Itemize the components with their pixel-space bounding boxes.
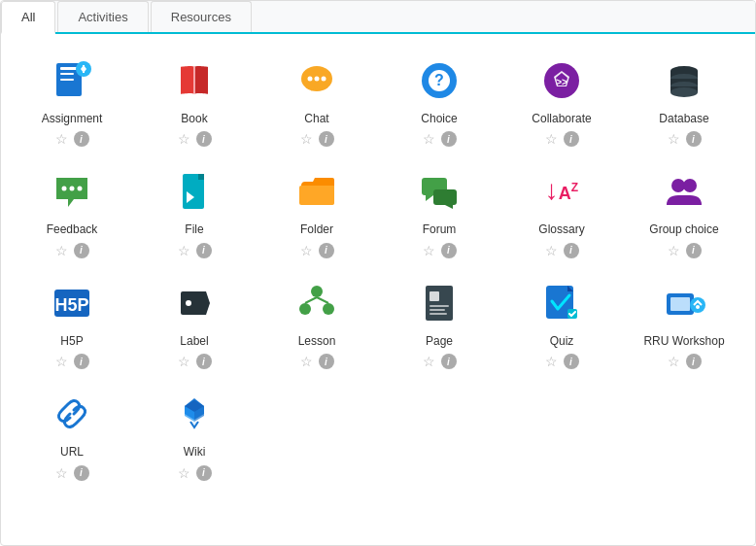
group-choice-icon [659, 166, 709, 217]
item-assignment[interactable]: Assignment ☆ i [11, 44, 133, 154]
collaborate-info[interactable]: i [564, 131, 579, 147]
assignment-star[interactable]: ☆ [55, 131, 68, 147]
item-rru-workshop[interactable]: RRU Workshop ☆ i [623, 266, 745, 377]
svg-point-52 [696, 305, 700, 309]
svg-point-23 [670, 87, 698, 97]
svg-point-33 [683, 179, 697, 192]
tab-activities[interactable]: Activities [57, 1, 148, 32]
tab-all[interactable]: All [1, 1, 55, 34]
feedback-icon [47, 166, 97, 217]
assignment-icon [47, 55, 97, 106]
choice-info[interactable]: i [441, 131, 457, 147]
choice-label: Choice [421, 112, 457, 125]
svg-point-39 [323, 303, 334, 315]
svg-rect-1 [60, 67, 78, 70]
item-feedback[interactable]: Feedback ☆ i [11, 154, 133, 265]
page-star[interactable]: ☆ [423, 354, 435, 369]
item-book[interactable]: Book ☆ i [133, 44, 256, 154]
item-lesson[interactable]: Lesson ☆ i [256, 266, 378, 377]
item-collaborate[interactable]: >> Collaborate ☆ i [500, 44, 623, 154]
chat-info[interactable]: i [319, 131, 334, 147]
label-info[interactable]: i [196, 354, 212, 369]
item-wiki[interactable]: Wiki ☆ i [133, 377, 256, 488]
item-page[interactable]: Page ☆ i [378, 266, 500, 377]
tab-resources[interactable]: Resources [151, 1, 252, 32]
page-info[interactable]: i [441, 354, 457, 369]
tab-bar: All Activities Resources [1, 1, 755, 34]
h5p-info[interactable]: i [74, 354, 89, 369]
chat-actions: ☆ i [300, 131, 334, 147]
svg-rect-3 [60, 79, 74, 81]
lesson-star[interactable]: ☆ [300, 354, 313, 369]
collaborate-actions: ☆ i [545, 131, 579, 147]
folder-icon [292, 166, 342, 217]
collaborate-icon: >> [536, 55, 587, 106]
item-database[interactable]: Database ☆ i [623, 44, 745, 154]
item-folder[interactable]: Folder ☆ i [256, 154, 378, 265]
rru-workshop-label: RRU Workshop [643, 334, 724, 348]
url-actions: ☆ i [55, 465, 89, 481]
lesson-info[interactable]: i [319, 354, 334, 369]
url-info[interactable]: i [74, 465, 89, 481]
database-info[interactable]: i [686, 131, 702, 147]
folder-info[interactable]: i [319, 243, 334, 258]
book-icon [169, 55, 220, 106]
url-star[interactable]: ☆ [55, 465, 68, 481]
item-chat[interactable]: Chat ☆ i [256, 44, 378, 154]
svg-rect-43 [430, 291, 439, 301]
h5p-icon: H5P [47, 278, 97, 328]
wiki-icon [169, 389, 220, 439]
group-choice-info[interactable]: i [686, 243, 702, 258]
svg-point-38 [299, 303, 311, 315]
forum-info[interactable]: i [441, 243, 457, 258]
svg-rect-44 [430, 305, 449, 307]
database-icon [659, 55, 709, 106]
book-info[interactable]: i [196, 131, 212, 147]
item-h5p[interactable]: H5P H5P ☆ i [11, 266, 133, 377]
wiki-label: Wiki [184, 445, 206, 459]
svg-text:↓AZ: ↓AZ [545, 175, 578, 205]
rru-workshop-actions: ☆ i [668, 354, 702, 369]
label-star[interactable]: ☆ [178, 354, 190, 369]
file-star[interactable]: ☆ [178, 243, 190, 258]
item-label[interactable]: Label ☆ i [133, 266, 256, 377]
url-label: URL [60, 445, 84, 459]
folder-star[interactable]: ☆ [300, 243, 313, 258]
quiz-label: Quiz [550, 334, 574, 348]
h5p-actions: ☆ i [55, 354, 89, 369]
h5p-label: H5P [60, 334, 83, 348]
chat-label: Chat [304, 112, 328, 125]
database-star[interactable]: ☆ [668, 131, 680, 147]
collaborate-label: Collaborate [532, 112, 591, 125]
feedback-star[interactable]: ☆ [55, 243, 68, 258]
item-quiz[interactable]: Quiz ☆ i [500, 266, 623, 377]
svg-point-25 [70, 187, 75, 191]
item-glossary[interactable]: ↓AZ Glossary ☆ i [500, 154, 623, 265]
wiki-info[interactable]: i [196, 465, 212, 481]
assignment-info[interactable]: i [74, 131, 89, 147]
group-choice-star[interactable]: ☆ [668, 243, 680, 258]
item-choice[interactable]: ? Choice ☆ i [378, 44, 500, 154]
wiki-star[interactable]: ☆ [178, 465, 190, 481]
h5p-star[interactable]: ☆ [55, 354, 68, 369]
item-url[interactable]: URL ☆ i [11, 377, 133, 488]
glossary-star[interactable]: ☆ [545, 243, 558, 258]
rru-workshop-star[interactable]: ☆ [668, 354, 680, 369]
file-info[interactable]: i [196, 243, 212, 258]
glossary-info[interactable]: i [564, 243, 579, 258]
book-star[interactable]: ☆ [178, 131, 190, 147]
choice-star[interactable]: ☆ [423, 131, 435, 147]
forum-star[interactable]: ☆ [423, 243, 435, 258]
forum-icon [414, 166, 464, 217]
item-group-choice[interactable]: Group choice ☆ i [623, 154, 745, 265]
feedback-info[interactable]: i [74, 243, 89, 258]
item-forum[interactable]: Forum ☆ i [378, 154, 500, 265]
chat-star[interactable]: ☆ [300, 131, 313, 147]
quiz-info[interactable]: i [564, 354, 579, 369]
rru-workshop-info[interactable]: i [686, 354, 702, 369]
quiz-star[interactable]: ☆ [545, 354, 558, 369]
item-file[interactable]: File ☆ i [133, 154, 256, 265]
collaborate-star[interactable]: ☆ [545, 131, 558, 147]
database-actions: ☆ i [668, 131, 702, 147]
svg-rect-28 [198, 174, 204, 180]
